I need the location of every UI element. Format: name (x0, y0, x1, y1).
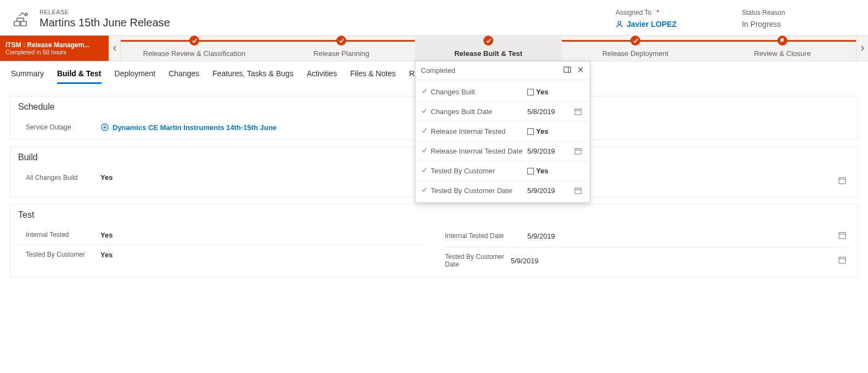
lock-icon (527, 128, 534, 135)
flyout-field[interactable]: Tested By CustomerYes (415, 161, 590, 181)
checkmark-icon (421, 167, 431, 175)
calendar-icon[interactable] (571, 108, 584, 116)
process-bar: ITSM : Release Managem... Completed in 5… (0, 35, 868, 61)
process-stage[interactable]: Release Planning (268, 36, 415, 61)
calendar-icon[interactable] (838, 176, 850, 187)
field-tested-by-customer-date[interactable]: Tested By Customer Date 5/9/2019 (445, 247, 850, 274)
checkmark-icon (421, 187, 431, 195)
field-tested-by-customer[interactable]: Tested By Customer Yes (18, 245, 423, 264)
tab-summary[interactable]: Summary (11, 69, 44, 84)
svg-rect-5 (564, 67, 571, 72)
assigned-to-label: Assigned To (616, 9, 651, 16)
process-stage[interactable]: Release Deployment (562, 36, 709, 61)
assigned-to-value[interactable]: Javier LOPEZ (616, 20, 709, 29)
flyout-field[interactable]: Release Internal TestedYes (415, 122, 590, 142)
svg-rect-6 (574, 109, 580, 115)
record-header: RELEASE Martins 15th June Release Assign… (0, 0, 868, 35)
check-icon (336, 36, 346, 46)
section-test: Test Internal Tested Yes Tested By Custo… (10, 204, 858, 277)
checkmark-icon (421, 127, 431, 135)
tab-files-notes[interactable]: Files & Notes (350, 69, 396, 84)
tab-features-tasks-bugs[interactable]: Features, Tasks & Bugs (212, 69, 294, 84)
process-stage[interactable]: Release Review & Classification (121, 36, 268, 61)
calendar-icon[interactable] (571, 187, 584, 195)
field-internal-tested[interactable]: Internal Tested Yes (18, 225, 423, 245)
calendar-icon[interactable] (571, 147, 584, 155)
record-link-icon (100, 123, 109, 132)
flyout-field[interactable]: Changes Built Date5/8/2019 (415, 102, 590, 122)
tab-changes[interactable]: Changes (168, 69, 199, 84)
svg-rect-0 (14, 21, 20, 26)
flyout-field[interactable]: Release Internal Tested Date5/9/2019 (415, 142, 590, 161)
field-all-changes-build[interactable]: All Changes Build Yes (18, 168, 423, 187)
calendar-icon[interactable] (838, 231, 850, 241)
field-service-outage[interactable]: Service Outage Dynamics CE Martin Instru… (18, 117, 423, 137)
tab-deployment[interactable]: Deployment (115, 69, 156, 84)
stage-flyout: Completed Changes BuiltYesChanges Built … (415, 61, 590, 203)
tab-build-test[interactable]: Build & Test (57, 69, 102, 84)
svg-point-3 (618, 21, 621, 24)
svg-rect-11 (839, 233, 846, 239)
flyout-field[interactable]: Tested By Customer Date5/9/2019 (415, 181, 590, 200)
process-next-arrow[interactable] (856, 36, 868, 61)
svg-rect-10 (839, 178, 846, 184)
status-reason-label: Status Reason (742, 9, 835, 16)
svg-rect-8 (574, 188, 580, 194)
process-stage[interactable]: Review & Closure (709, 36, 856, 61)
calendar-icon[interactable] (838, 256, 850, 266)
check-icon (189, 36, 199, 46)
dock-icon[interactable] (563, 66, 571, 75)
lock-icon (527, 89, 534, 95)
record-type-label: RELEASE (40, 9, 170, 15)
checkmark-icon (421, 108, 431, 116)
flag-icon (777, 36, 787, 46)
tab-activities[interactable]: Activities (307, 69, 337, 84)
status-reason-value[interactable]: In Progress (742, 20, 835, 29)
flyout-field[interactable]: Changes BuiltYes (415, 82, 590, 102)
svg-rect-12 (839, 257, 846, 263)
svg-rect-1 (21, 21, 26, 26)
release-icon (11, 9, 33, 31)
lock-icon (527, 168, 534, 174)
header-fields: Assigned To * Javier LOPEZ Status Reason… (616, 9, 835, 29)
checkmark-icon (421, 147, 431, 155)
checkmark-icon (421, 88, 431, 96)
process-stage[interactable]: Release Built & Test (415, 36, 562, 61)
check-icon (483, 36, 493, 46)
svg-point-2 (25, 13, 27, 15)
flyout-title: Completed (421, 66, 455, 75)
required-indicator: * (657, 9, 660, 16)
field-internal-tested-date[interactable]: Internal Tested Date 5/9/2019 (445, 225, 850, 247)
process-name[interactable]: ITSM : Release Managem... Completed in 5… (0, 36, 109, 61)
record-title: Martins 15th June Release (40, 16, 170, 29)
check-icon (630, 36, 640, 46)
close-icon[interactable] (577, 66, 584, 75)
svg-rect-4 (780, 38, 781, 43)
section-test-title: Test (18, 210, 850, 220)
process-prev-arrow[interactable] (109, 36, 121, 61)
svg-rect-7 (574, 149, 580, 154)
